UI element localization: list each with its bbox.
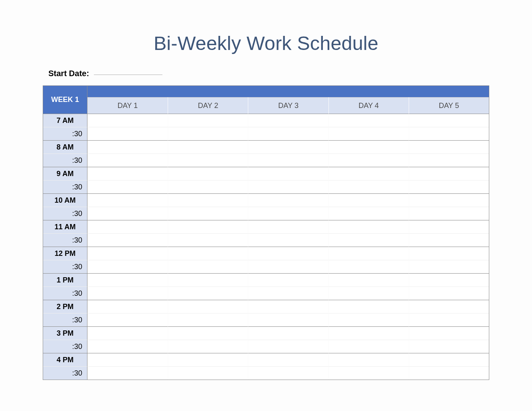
schedule-slot[interactable] — [328, 114, 409, 127]
schedule-slot[interactable] — [168, 114, 248, 127]
schedule-slot[interactable] — [87, 247, 168, 260]
schedule-slot[interactable] — [409, 127, 489, 140]
schedule-slot[interactable] — [248, 300, 328, 313]
schedule-slot[interactable] — [409, 273, 489, 286]
schedule-slot[interactable] — [87, 114, 168, 127]
schedule-slot[interactable] — [328, 207, 409, 220]
schedule-slot[interactable] — [328, 286, 409, 300]
schedule-slot[interactable] — [409, 114, 489, 127]
schedule-slot[interactable] — [248, 260, 328, 273]
schedule-slot[interactable] — [87, 366, 168, 380]
schedule-slot[interactable] — [328, 127, 409, 140]
schedule-slot[interactable] — [328, 353, 409, 366]
schedule-slot[interactable] — [409, 154, 489, 167]
schedule-slot[interactable] — [168, 154, 248, 167]
schedule-slot[interactable] — [248, 366, 328, 380]
schedule-slot[interactable] — [409, 326, 489, 340]
schedule-slot[interactable] — [409, 167, 489, 180]
schedule-slot[interactable] — [87, 154, 168, 167]
schedule-slot[interactable] — [248, 114, 328, 127]
schedule-slot[interactable] — [168, 326, 248, 340]
schedule-slot[interactable] — [409, 366, 489, 380]
schedule-slot[interactable] — [87, 207, 168, 220]
schedule-slot[interactable] — [87, 340, 168, 353]
schedule-slot[interactable] — [328, 300, 409, 313]
schedule-slot[interactable] — [168, 353, 248, 366]
schedule-slot[interactable] — [248, 353, 328, 366]
schedule-slot[interactable] — [409, 207, 489, 220]
schedule-slot[interactable] — [409, 193, 489, 207]
schedule-slot[interactable] — [328, 193, 409, 207]
schedule-slot[interactable] — [87, 286, 168, 300]
schedule-slot[interactable] — [248, 313, 328, 326]
schedule-slot[interactable] — [168, 140, 248, 154]
schedule-slot[interactable] — [87, 313, 168, 326]
schedule-slot[interactable] — [328, 167, 409, 180]
schedule-slot[interactable] — [248, 140, 328, 154]
schedule-slot[interactable] — [87, 167, 168, 180]
schedule-slot[interactable] — [328, 340, 409, 353]
schedule-slot[interactable] — [248, 127, 328, 140]
schedule-slot[interactable] — [409, 260, 489, 273]
schedule-slot[interactable] — [248, 233, 328, 247]
schedule-slot[interactable] — [409, 300, 489, 313]
schedule-slot[interactable] — [87, 260, 168, 273]
schedule-slot[interactable] — [328, 154, 409, 167]
schedule-slot[interactable] — [168, 247, 248, 260]
schedule-slot[interactable] — [87, 140, 168, 154]
schedule-slot[interactable] — [328, 366, 409, 380]
schedule-slot[interactable] — [248, 326, 328, 340]
schedule-slot[interactable] — [328, 233, 409, 247]
schedule-slot[interactable] — [409, 286, 489, 300]
schedule-slot[interactable] — [87, 127, 168, 140]
schedule-slot[interactable] — [168, 180, 248, 193]
schedule-slot[interactable] — [168, 273, 248, 286]
schedule-slot[interactable] — [87, 193, 168, 207]
schedule-slot[interactable] — [87, 233, 168, 247]
schedule-slot[interactable] — [248, 167, 328, 180]
schedule-slot[interactable] — [168, 207, 248, 220]
schedule-slot[interactable] — [248, 207, 328, 220]
schedule-slot[interactable] — [409, 180, 489, 193]
schedule-slot[interactable] — [328, 326, 409, 340]
schedule-slot[interactable] — [168, 340, 248, 353]
schedule-slot[interactable] — [168, 366, 248, 380]
schedule-slot[interactable] — [328, 247, 409, 260]
schedule-slot[interactable] — [168, 260, 248, 273]
schedule-slot[interactable] — [328, 273, 409, 286]
schedule-slot[interactable] — [87, 300, 168, 313]
schedule-slot[interactable] — [248, 247, 328, 260]
schedule-slot[interactable] — [168, 127, 248, 140]
schedule-slot[interactable] — [168, 300, 248, 313]
schedule-slot[interactable] — [409, 313, 489, 326]
schedule-slot[interactable] — [409, 233, 489, 247]
schedule-slot[interactable] — [328, 140, 409, 154]
schedule-slot[interactable] — [328, 220, 409, 233]
schedule-slot[interactable] — [328, 313, 409, 326]
schedule-slot[interactable] — [87, 326, 168, 340]
schedule-slot[interactable] — [87, 273, 168, 286]
schedule-slot[interactable] — [87, 220, 168, 233]
schedule-slot[interactable] — [168, 220, 248, 233]
schedule-slot[interactable] — [87, 180, 168, 193]
schedule-slot[interactable] — [409, 353, 489, 366]
schedule-slot[interactable] — [248, 193, 328, 207]
schedule-slot[interactable] — [168, 286, 248, 300]
start-date-input-line[interactable] — [94, 74, 162, 75]
schedule-slot[interactable] — [328, 180, 409, 193]
schedule-slot[interactable] — [248, 340, 328, 353]
schedule-slot[interactable] — [248, 220, 328, 233]
schedule-slot[interactable] — [168, 193, 248, 207]
schedule-slot[interactable] — [248, 286, 328, 300]
schedule-slot[interactable] — [328, 260, 409, 273]
schedule-slot[interactable] — [168, 233, 248, 247]
schedule-slot[interactable] — [87, 353, 168, 366]
schedule-slot[interactable] — [248, 154, 328, 167]
schedule-slot[interactable] — [409, 140, 489, 154]
schedule-slot[interactable] — [248, 180, 328, 193]
schedule-slot[interactable] — [168, 313, 248, 326]
schedule-slot[interactable] — [409, 220, 489, 233]
schedule-slot[interactable] — [248, 273, 328, 286]
schedule-slot[interactable] — [409, 340, 489, 353]
schedule-slot[interactable] — [168, 167, 248, 180]
